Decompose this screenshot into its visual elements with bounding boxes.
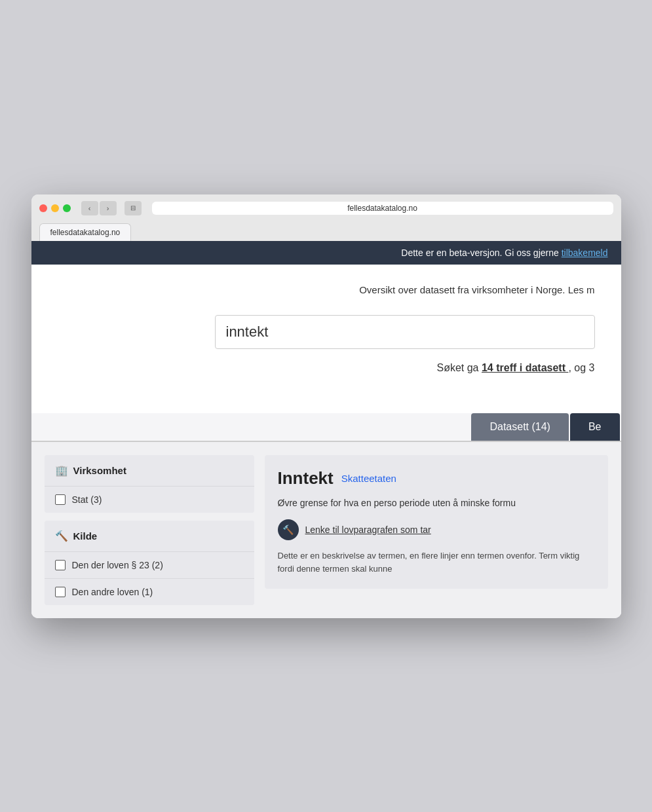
browser-window: ‹ › ⊟ fellesdatakatalog.no fellesdatakat… [31, 194, 621, 618]
virksomhet-label: Virksomhet [73, 465, 126, 476]
virksomhet-icon: 🏢 [55, 464, 68, 477]
beta-feedback-link[interactable]: tilbakemeld [562, 248, 608, 258]
result-card-header: Inntekt Skatteetaten [278, 468, 595, 489]
nav-buttons: ‹ › [81, 201, 117, 215]
result-card: Inntekt Skatteetaten Øvre grense for hva… [265, 455, 608, 589]
traffic-lights [39, 204, 71, 212]
result-body-text: Dette er en beskrivelse av termen, en fl… [278, 549, 595, 576]
stat-label[interactable]: Stat (3) [72, 494, 102, 505]
kilde-icon: 🔨 [55, 530, 68, 542]
kilde-checkbox-0[interactable] [55, 560, 66, 570]
back-button[interactable]: ‹ [81, 201, 98, 215]
virksomhet-filter-item[interactable]: Stat (3) [45, 486, 254, 513]
kilde-label: Kilde [73, 530, 98, 542]
virksomhet-filter-header: 🏢 Virksomhet [45, 455, 254, 486]
minimize-button[interactable] [51, 204, 59, 212]
result-link-text: Lenke til lovparagrafen som tar [305, 525, 431, 535]
result-link[interactable]: Lenke til lovparagrafen som tar [305, 525, 431, 535]
tab-datasett-label: Datasett (14) [489, 421, 550, 432]
dataset-hits-link[interactable]: 14 treff i datasett [482, 362, 569, 373]
browser-controls: ‹ › ⊟ fellesdatakatalog.no [39, 201, 613, 215]
main-layout: 🏢 Virksomhet Stat (3) 🔨 Kilde [31, 442, 621, 618]
search-results-summary: Søket ga 14 treff i datasett , og 3 [58, 362, 595, 374]
address-bar[interactable]: fellesdatakatalog.no [152, 202, 613, 215]
stat-checkbox[interactable] [55, 494, 66, 505]
tab-be-label: Be [588, 421, 602, 432]
forward-button[interactable]: › [100, 201, 117, 215]
sidebar-filters: 🏢 Virksomhet Stat (3) 🔨 Kilde [45, 455, 254, 605]
sidebar-toggle-button[interactable]: ⊟ [125, 201, 142, 215]
maximize-button[interactable] [63, 204, 71, 212]
result-org[interactable]: Skatteetaten [341, 473, 396, 484]
kilde-filter-item-1[interactable]: Den andre loven (1) [45, 578, 254, 605]
search-input-wrapper [215, 315, 595, 349]
beta-text: Dette er en beta-versjon. Gi oss gjerne [401, 248, 561, 258]
hero-section: Oversikt over datasett fra virksomheter … [31, 265, 621, 413]
feedback-link-text: tilbakemeld [562, 248, 608, 258]
kilde-item-0-label[interactable]: Den der loven § 23 (2) [72, 560, 163, 570]
url-text: fellesdatakatalog.no [347, 204, 417, 213]
search-bar-container [58, 315, 595, 349]
result-description: Øvre grense for hva en perso periode ute… [278, 496, 595, 510]
close-button[interactable] [39, 204, 47, 212]
tab-datasett[interactable]: Datasett (14) [471, 413, 568, 441]
tab-label: fellesdatakatalog.no [50, 228, 121, 237]
results-prefix: Søket ga [436, 362, 481, 373]
link-icon: 🔨 [278, 519, 299, 540]
browser-chrome: ‹ › ⊟ fellesdatakatalog.no fellesdatakat… [31, 194, 621, 241]
kilde-filter-item-0[interactable]: Den der loven § 23 (2) [45, 551, 254, 578]
kilde-checkbox-1[interactable] [55, 587, 66, 597]
result-link-row: 🔨 Lenke til lovparagrafen som tar [278, 519, 595, 540]
result-title: Inntekt [278, 468, 334, 489]
results-panel: Inntekt Skatteetaten Øvre grense for hva… [265, 455, 608, 605]
dataset-hits-text: 14 treff i datasett [482, 362, 566, 373]
virksomhet-filter-section: 🏢 Virksomhet Stat (3) [45, 455, 254, 513]
kilde-filter-header: 🔨 Kilde [45, 521, 254, 551]
tab-bar: fellesdatakatalog.no [39, 223, 613, 241]
results-suffix: , og 3 [568, 362, 594, 373]
tabs-row: Datasett (14) Be [31, 413, 621, 442]
tab-be[interactable]: Be [570, 413, 620, 441]
hero-subtitle: Oversikt over datasett fra virksomheter … [58, 284, 595, 295]
beta-banner: Dette er en beta-versjon. Gi oss gjerne … [31, 241, 621, 265]
kilde-item-1-label[interactable]: Den andre loven (1) [72, 587, 153, 597]
browser-tab[interactable]: fellesdatakatalog.no [39, 223, 132, 241]
search-input[interactable] [226, 323, 584, 341]
page-content: Dette er en beta-versjon. Gi oss gjerne … [31, 241, 621, 618]
kilde-filter-section: 🔨 Kilde Den der loven § 23 (2) Den andre… [45, 521, 254, 605]
